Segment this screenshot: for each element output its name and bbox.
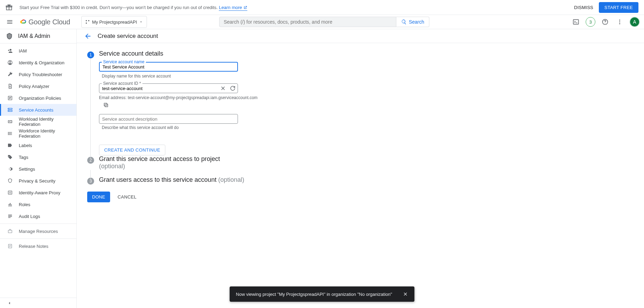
account-avatar[interactable]: A (629, 17, 640, 27)
step-1-badge: 1 (87, 51, 94, 58)
sidebar-item-labels[interactable]: Labels (0, 139, 76, 151)
sidebar-item-service-accounts[interactable]: Service Accounts (0, 104, 76, 116)
dismiss-button[interactable]: DISMISS (574, 5, 593, 10)
svg-point-15 (9, 86, 10, 87)
svg-point-26 (9, 121, 10, 122)
toast-close-button[interactable] (403, 291, 408, 297)
notes-icon (7, 243, 13, 249)
chevron-down-icon (139, 20, 143, 24)
svg-rect-41 (8, 230, 12, 233)
cloud-shell-button[interactable] (571, 17, 581, 27)
sidebar-item-roles[interactable]: Roles (0, 198, 76, 210)
search-button[interactable]: Search (396, 17, 429, 27)
back-button[interactable] (84, 32, 92, 40)
nav-menu-button[interactable] (4, 16, 15, 27)
email-address-text: Email address: test-service-account@my-p… (99, 95, 634, 100)
svg-point-14 (9, 61, 11, 63)
id-field-label: Service account ID * (102, 81, 142, 86)
workforce-icon (7, 131, 13, 136)
learn-more-link[interactable]: Learn more (219, 5, 247, 11)
sidebar-section-header[interactable]: IAM & Admin (0, 29, 76, 43)
iam-admin-shield-icon (6, 32, 13, 40)
step-2-badge: 2 (87, 157, 94, 164)
project-name: My ProjectgspreadAPI (92, 19, 137, 25)
sidebar-item-iap[interactable]: Identity-Aware Proxy (0, 187, 76, 198)
label-icon (7, 143, 13, 148)
google-cloud-logo[interactable]: Google Cloud (19, 18, 70, 26)
copy-email-button[interactable] (103, 102, 109, 108)
sidebar-item-org-policies[interactable]: Organization Policies (0, 92, 76, 104)
workload-icon (7, 119, 13, 124)
cancel-button[interactable]: CANCEL (118, 194, 137, 200)
wrench-icon (7, 72, 13, 77)
sidebar-item-workforce-identity[interactable]: Workforce Identity Federation (0, 128, 76, 139)
person-add-icon (7, 48, 13, 54)
step-2-title: Grant this service account access to pro… (99, 155, 220, 170)
svg-point-36 (9, 192, 11, 193)
svg-rect-21 (8, 108, 12, 109)
svg-point-33 (8, 133, 9, 134)
list-icon (7, 95, 13, 101)
roles-icon (7, 202, 13, 207)
document-search-icon (7, 83, 13, 89)
svg-point-12 (10, 49, 11, 51)
name-field-label: Service account name (102, 59, 146, 64)
sidebar-item-privacy-security[interactable]: Privacy & Security (0, 175, 76, 187)
sidebar-item-identity-org[interactable]: Identity & Organization (0, 57, 76, 68)
sidebar-item-iam[interactable]: IAM (0, 45, 76, 57)
gear-icon (7, 166, 13, 172)
start-free-button[interactable]: START FREE (599, 2, 638, 13)
done-button[interactable]: DONE (87, 192, 110, 202)
page-title: Create service account (98, 33, 158, 40)
search-input[interactable] (224, 19, 392, 25)
help-button[interactable] (600, 17, 610, 27)
shield-icon (7, 178, 13, 184)
svg-point-10 (619, 22, 620, 23)
step-1-title: Service account details (99, 50, 163, 57)
regenerate-id-button[interactable] (229, 84, 237, 92)
sidebar-item-tags[interactable]: Tags (0, 151, 76, 163)
more-options-button[interactable] (615, 17, 625, 27)
content-area: 1 Service account details Service accoun… (77, 43, 644, 308)
sidebar-item-settings[interactable]: Settings (0, 163, 76, 175)
service-account-icon (7, 107, 13, 113)
create-and-continue-button[interactable]: CREATE AND CONTINUE (99, 145, 165, 155)
app-header: Google Cloud My ProjectgspreadAPI Search… (0, 15, 644, 29)
svg-point-9 (619, 19, 620, 21)
banner-text: Start your Free Trial with $300 in credi… (19, 5, 247, 10)
svg-line-16 (10, 87, 11, 87)
tag-icon (7, 154, 13, 160)
svg-point-32 (8, 132, 9, 133)
sidebar-item-release-notes[interactable]: Release Notes (0, 240, 76, 252)
service-account-description-input[interactable] (99, 114, 238, 124)
project-selector[interactable]: My ProjectgspreadAPI (81, 16, 147, 28)
sidebar-item-manage-resources[interactable]: Manage Resources (0, 225, 76, 237)
clear-id-button[interactable] (219, 84, 227, 92)
sidebar-item-workload-identity[interactable]: Workload Identity Federation (0, 116, 76, 128)
svg-rect-47 (104, 103, 107, 106)
sidebar-item-policy-troubleshooter[interactable]: Policy Troubleshooter (0, 68, 76, 80)
trial-credits-badge[interactable]: 3 (586, 17, 595, 27)
step-3-title: Grant users access to this service accou… (99, 176, 244, 184)
sidebar: IAM & Admin IAM Identity & Organization … (0, 29, 77, 308)
sidebar-item-audit-logs[interactable]: Audit Logs (0, 210, 76, 222)
svg-point-11 (619, 23, 620, 24)
svg-point-3 (86, 20, 87, 22)
free-trial-banner: Start your Free Trial with $300 in credi… (0, 0, 644, 15)
proxy-icon (7, 190, 13, 195)
sidebar-item-policy-analyzer[interactable]: Policy Analyzer (0, 80, 76, 92)
svg-point-34 (8, 134, 9, 135)
svg-rect-46 (105, 104, 108, 107)
svg-rect-35 (8, 191, 12, 194)
page-header: Create service account (77, 29, 644, 43)
svg-rect-6 (573, 19, 579, 24)
search-box[interactable] (219, 17, 396, 27)
svg-point-4 (88, 20, 90, 22)
sidebar-collapse-button[interactable] (0, 298, 76, 308)
account-circle-icon (7, 60, 13, 65)
chevron-left-icon (7, 301, 12, 306)
search-icon (401, 19, 407, 25)
step-3-badge: 3 (87, 178, 94, 185)
logs-icon (7, 213, 13, 219)
project-toast: Now viewing project "My ProjectgspreadAP… (230, 286, 414, 302)
